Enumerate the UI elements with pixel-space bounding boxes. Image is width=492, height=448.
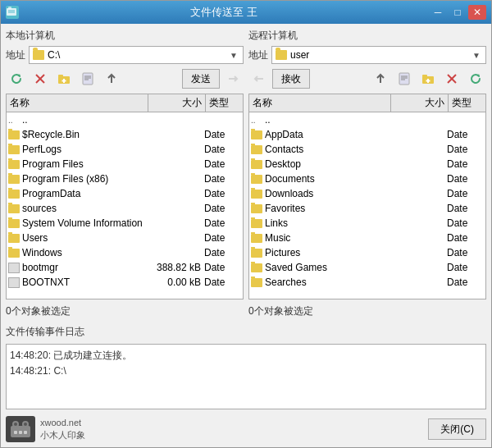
file-type-text: Date <box>447 173 484 185</box>
file-name-text: $Recycle.Bin <box>22 129 80 140</box>
list-item[interactable]: BOOTNXT0.00 kBDate <box>7 275 243 290</box>
folder-icon <box>251 234 262 243</box>
list-item[interactable]: ProgramDataDate <box>7 186 243 201</box>
list-item[interactable]: bootmgr388.82 kBDate <box>7 260 243 275</box>
file-name-text: ProgramData <box>22 188 80 199</box>
local-address-dropdown[interactable]: ▼ <box>228 51 239 60</box>
remote-address-input[interactable]: user ▼ <box>271 46 486 64</box>
list-item[interactable]: ContactsDate <box>249 142 485 157</box>
list-item[interactable]: System Volume InformationDate <box>7 216 243 231</box>
minimize-button[interactable]: ─ <box>429 5 447 20</box>
file-type-text: Date <box>204 144 241 155</box>
local-up-button[interactable] <box>101 69 122 89</box>
remote-folder-icon <box>276 50 287 60</box>
file-icon <box>8 263 20 273</box>
file-type-text: Date <box>204 262 241 273</box>
file-name-text: Windows <box>22 247 62 258</box>
local-folder-icon <box>33 50 44 60</box>
file-name-text: Favorites <box>265 203 305 214</box>
file-type-text: Date <box>204 232 241 244</box>
file-name-text: bootmgr <box>22 262 58 273</box>
remote-status: 0个对象被选定 <box>248 303 486 320</box>
list-item[interactable]: UsersDate <box>7 231 243 245</box>
send-arrow-button[interactable] <box>222 69 244 89</box>
list-item[interactable]: Program Files (x86)Date <box>7 171 243 186</box>
file-type-text: Date <box>447 158 484 170</box>
close-button[interactable]: 关闭(C) <box>428 418 486 440</box>
window-controls: ─ □ ✕ <box>429 5 486 20</box>
list-item[interactable]: AppDataDate <box>249 127 485 142</box>
recv-button[interactable]: 接收 <box>272 69 310 89</box>
list-item[interactable]: DocumentsDate <box>249 171 485 186</box>
list-item[interactable]: FavoritesDate <box>249 201 485 216</box>
local-delete-button[interactable] <box>30 69 51 89</box>
local-status: 0个对象被选定 <box>6 303 244 320</box>
window-close-button[interactable]: ✕ <box>468 5 486 20</box>
folder-icon <box>251 219 262 228</box>
remote-newfolder-button[interactable] <box>417 69 439 89</box>
remote-address-dropdown[interactable]: ▼ <box>471 51 482 60</box>
folder-icon <box>251 263 262 272</box>
file-type-text: Date <box>204 217 241 229</box>
list-item[interactable]: PerfLogsDate <box>7 142 243 157</box>
local-address-input[interactable]: C:\ ▼ <box>29 46 244 64</box>
list-item[interactable]: sourcesDate <box>7 201 243 216</box>
local-address-value: C:\ <box>48 49 225 61</box>
title-bar: 文件传送至 王 ─ □ ✕ <box>1 1 491 24</box>
watermark-icon <box>6 416 35 442</box>
file-name-text: Links <box>265 217 288 229</box>
local-address-label: 地址 <box>6 48 25 62</box>
local-newfolder-button[interactable] <box>53 69 75 89</box>
list-item[interactable]: Program FilesDate <box>7 157 243 171</box>
local-toolbar: 发送 <box>6 67 244 90</box>
toolbar-row: 发送 接收 <box>6 67 486 90</box>
file-name-text: Documents <box>265 173 315 185</box>
remote-properties-button[interactable] <box>394 69 415 89</box>
list-item[interactable]: Saved GamesDate <box>249 260 485 275</box>
watermark-name: 小木人印象 <box>40 429 85 441</box>
file-type-text: Date <box>204 129 241 140</box>
file-name-text: .. <box>22 114 28 126</box>
file-type-text: Date <box>447 188 484 199</box>
folder-icon <box>8 160 20 169</box>
file-name-text: Users <box>22 232 48 244</box>
folder-icon <box>251 278 262 287</box>
folder-icon <box>8 204 20 213</box>
remote-up-button[interactable] <box>370 69 391 89</box>
file-type-text: Date <box>447 129 484 140</box>
list-item[interactable]: MusicDate <box>249 231 485 245</box>
local-file-list[interactable]: ....$Recycle.BinDatePerfLogsDateProgram … <box>7 112 243 299</box>
content-area: 本地计算机 远程计算机 地址 C:\ ▼ 地址 user ▼ <box>1 24 491 447</box>
address-row: 地址 C:\ ▼ 地址 user ▼ <box>6 46 486 64</box>
file-type-text: Date <box>447 247 484 258</box>
list-item[interactable]: WindowsDate <box>7 245 243 260</box>
list-item[interactable]: .... <box>7 112 243 127</box>
remote-file-panel: 名称 大小 类型 ....AppDataDateContactsDateDesk… <box>248 94 486 299</box>
send-button[interactable]: 发送 <box>182 69 220 89</box>
folder-icon <box>251 190 262 199</box>
folder-icon <box>251 130 262 139</box>
local-properties-button[interactable] <box>77 69 98 89</box>
remote-refresh-button[interactable] <box>465 69 486 89</box>
status-row: 0个对象被选定 0个对象被选定 <box>6 303 486 320</box>
list-item[interactable]: $Recycle.BinDate <box>7 127 243 142</box>
folder-icon <box>251 204 262 213</box>
list-item[interactable]: SearchesDate <box>249 275 485 290</box>
list-item[interactable]: DownloadsDate <box>249 186 485 201</box>
list-item[interactable]: .... <box>249 112 485 127</box>
list-item[interactable]: DesktopDate <box>249 157 485 171</box>
recv-arrow-button[interactable] <box>248 69 270 89</box>
maximize-button[interactable]: □ <box>449 5 467 20</box>
local-refresh-button[interactable] <box>6 69 27 89</box>
folder-icon <box>251 145 262 154</box>
file-name-text: Desktop <box>265 158 301 170</box>
remote-col-size: 大小 <box>391 94 449 112</box>
remote-delete-button[interactable] <box>441 69 462 89</box>
svg-rect-19 <box>422 75 427 77</box>
watermark-site: xwood.net <box>40 417 85 429</box>
remote-file-list[interactable]: ....AppDataDateContactsDateDesktopDateDo… <box>249 112 485 299</box>
list-item[interactable]: LinksDate <box>249 216 485 231</box>
file-type-text: Date <box>204 173 241 185</box>
file-type-text: Date <box>447 144 484 155</box>
list-item[interactable]: PicturesDate <box>249 245 485 260</box>
